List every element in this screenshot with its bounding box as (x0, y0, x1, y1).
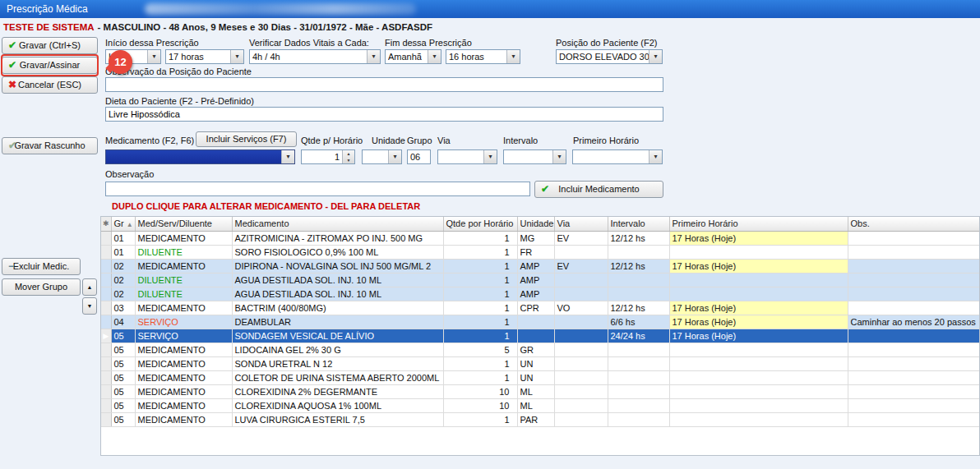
cell-tipo[interactable]: MEDICAMENTO (135, 301, 232, 315)
cell-grupo[interactable]: 04 (111, 315, 135, 329)
chevron-down-icon[interactable]: ▾ (428, 50, 441, 63)
cell-tipo[interactable]: MEDICAMENTO (135, 259, 232, 273)
cell-unidade[interactable]: AMP (517, 287, 554, 301)
row-indicator[interactable] (101, 412, 111, 426)
cell-qtde-por-horario[interactable]: 10 (443, 384, 517, 398)
grupo-field[interactable]: 06 (407, 149, 431, 164)
mover-grupo-down-button[interactable]: ▼ (82, 297, 97, 315)
chevron-down-icon[interactable]: ▾ (649, 50, 662, 63)
cell-via[interactable] (554, 315, 608, 329)
grid-row[interactable]: 05MEDICAMENTOCOLETOR DE URINA SISTEMA AB… (101, 370, 980, 384)
cell-grupo[interactable]: 02 (111, 259, 135, 273)
row-indicator[interactable]: ▶ (101, 329, 111, 343)
cell-grupo[interactable]: 02 (111, 273, 135, 287)
spinner-up-icon[interactable]: ▲ (343, 150, 354, 157)
cell-tipo[interactable]: DILUENTE (135, 245, 232, 259)
cell-qtde-por-horario[interactable]: 1 (443, 245, 517, 259)
grid-row[interactable]: 05MEDICAMENTOCLOREXIDINA 2% DEGERMANTE10… (101, 384, 980, 398)
cell-grupo[interactable]: 05 (111, 370, 135, 384)
cell-medicamento[interactable]: SONDAGEM VESICAL DE ALÍVIO (232, 329, 443, 343)
cell-via[interactable] (554, 370, 608, 384)
cell-medicamento[interactable]: AGUA DESTILADA SOL. INJ. 10 ML (232, 287, 443, 301)
cell-medicamento[interactable]: DEAMBULAR (232, 315, 443, 329)
chevron-down-icon[interactable]: ▾ (649, 150, 662, 163)
cell-grupo[interactable]: 05 (111, 356, 135, 370)
cell-intervalo[interactable]: 12/12 hs (608, 259, 669, 273)
cell-primeiro-horario[interactable]: 17 Horas (Hoje) (669, 329, 848, 343)
mover-grupo-button[interactable]: Mover Grupo (2, 278, 81, 296)
intervalo-combo[interactable]: ▾ (503, 149, 566, 164)
grid-row[interactable]: 05MEDICAMENTOSONDA URETRAL N 121UN (101, 356, 980, 370)
cell-primeiro-horario[interactable] (669, 356, 848, 370)
cell-unidade[interactable]: MG (517, 231, 554, 245)
cell-primeiro-horario[interactable]: 17 Horas (Hoje) (669, 259, 848, 273)
cell-primeiro-horario[interactable]: 17 Horas (Hoje) (669, 315, 848, 329)
cell-medicamento[interactable]: COLETOR DE URINA SISTEMA ABERTO 2000ML (232, 370, 443, 384)
cell-via[interactable] (554, 356, 608, 370)
cell-qtde-por-horario[interactable]: 1 (443, 329, 517, 343)
cell-unidade[interactable]: CPR (517, 301, 554, 315)
grid-row[interactable]: 02DILUENTEAGUA DESTILADA SOL. INJ. 10 ML… (101, 287, 980, 301)
column-header-primeiro-horario[interactable]: Primeiro Horário (669, 217, 848, 231)
posicao-paciente-combo[interactable]: DORSO ELEVADO 30 G ▾ (556, 49, 663, 64)
grid-row[interactable]: 01MEDICAMENTOAZITROMICINA - ZITROMAX PO … (101, 231, 980, 245)
cell-intervalo[interactable] (608, 370, 669, 384)
cell-tipo[interactable]: MEDICAMENTO (135, 356, 232, 370)
cell-obs[interactable] (848, 356, 980, 370)
chevron-down-icon[interactable]: ▾ (281, 150, 294, 163)
cell-medicamento[interactable]: BACTRIM (400/80MG) (232, 301, 443, 315)
row-indicator[interactable] (101, 231, 111, 245)
unidade-combo[interactable]: ▾ (362, 149, 402, 164)
cell-obs[interactable] (848, 259, 980, 273)
spinner-down-icon[interactable]: ▼ (343, 157, 354, 163)
cell-obs[interactable] (848, 384, 980, 398)
cell-unidade[interactable] (517, 315, 554, 329)
incluir-medicamento-button[interactable]: ✔ Incluir Medicamento (534, 181, 663, 198)
cell-intervalo[interactable] (608, 398, 669, 412)
grid-row[interactable]: 03MEDICAMENTOBACTRIM (400/80MG)1CPRVO12/… (101, 301, 980, 315)
row-indicator[interactable] (101, 287, 111, 301)
cell-via[interactable]: EV (554, 259, 608, 273)
cell-medicamento[interactable]: DIPIRONA - NOVALGINA SOL INJ 500 MG/ML 2 (232, 259, 443, 273)
row-indicator[interactable] (101, 384, 111, 398)
cell-tipo[interactable]: MEDICAMENTO (135, 343, 232, 356)
column-header-unidade[interactable]: Unidade (517, 217, 554, 231)
cell-intervalo[interactable] (608, 384, 669, 398)
cell-intervalo[interactable] (608, 356, 669, 370)
cell-via[interactable]: EV (554, 231, 608, 245)
grid-row[interactable]: 05MEDICAMENTOCLOREXIDINA AQUOSA 1% 100ML… (101, 398, 980, 412)
column-header-qtde[interactable]: Qtde por Horário (443, 217, 517, 231)
chevron-down-icon[interactable]: ▾ (552, 150, 566, 163)
dados-vitais-combo[interactable]: 4h / 4h ▾ (249, 49, 381, 64)
cell-grupo[interactable]: 05 (111, 329, 135, 343)
grid-row[interactable]: 02DILUENTEAGUA DESTILADA SOL. INJ. 10 ML… (101, 273, 980, 287)
cell-tipo[interactable]: MEDICAMENTO (135, 231, 232, 245)
via-combo[interactable]: ▾ (437, 149, 497, 164)
observacao-input[interactable] (105, 182, 530, 196)
cell-medicamento[interactable]: AZITROMICINA - ZITROMAX PO INJ. 500 MG (232, 231, 443, 245)
fim-date-combo[interactable]: Amanhã ▾ (385, 49, 441, 64)
cell-medicamento[interactable]: SONDA URETRAL N 12 (232, 356, 443, 370)
medicamento-combo[interactable]: ▾ (105, 149, 295, 164)
cell-tipo[interactable]: DILUENTE (135, 287, 232, 301)
gravar-rascunho-button[interactable]: ✔ Gravar Rascunho (2, 137, 98, 154)
cell-medicamento[interactable]: LIDOCAINA GEL 2% 30 G (232, 343, 443, 356)
cell-intervalo[interactable]: 12/12 hs (608, 301, 669, 315)
obs-posicao-input[interactable] (105, 77, 663, 92)
cell-grupo[interactable]: 01 (111, 231, 135, 245)
cell-medicamento[interactable]: CLOREXIDINA 2% DEGERMANTE (232, 384, 443, 398)
cell-obs[interactable] (848, 287, 980, 301)
cell-primeiro-horario[interactable]: 17 Horas (Hoje) (669, 301, 848, 315)
chevron-down-icon[interactable]: ▾ (483, 150, 497, 163)
cell-qtde-por-horario[interactable]: 1 (443, 301, 517, 315)
cell-via[interactable] (554, 384, 608, 398)
row-indicator[interactable] (101, 273, 111, 287)
row-indicator[interactable] (101, 356, 111, 370)
cell-grupo[interactable]: 01 (111, 245, 135, 259)
cell-qtde-por-horario[interactable]: 1 (443, 356, 517, 370)
incluir-servicos-button[interactable]: Incluir Serviços (F7) (196, 131, 297, 147)
cell-primeiro-horario[interactable] (669, 273, 848, 287)
cell-intervalo[interactable]: 12/12 hs (608, 231, 669, 245)
row-indicator[interactable] (101, 315, 111, 329)
gravar-assinar-button[interactable]: ✔ Gravar/Assinar (2, 57, 98, 74)
